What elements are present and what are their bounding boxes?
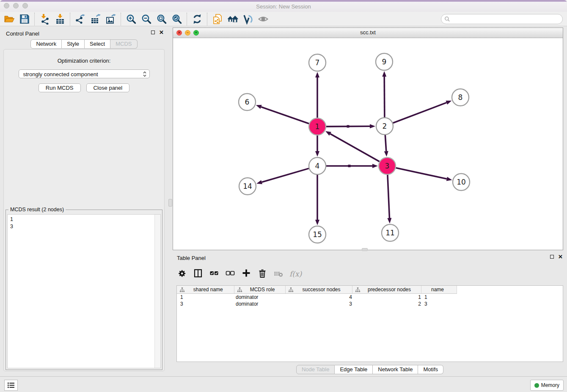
export-network-button[interactable] [73, 13, 88, 25]
unselect-all-columns-button[interactable] [225, 268, 235, 280]
create-column-button[interactable] [241, 268, 251, 280]
toolbar-separator [187, 13, 187, 25]
edge-arrowhead-icon [446, 177, 452, 181]
cell-predecessor-nodes[interactable]: 2 [352, 301, 421, 307]
tab-edge-table[interactable]: Edge Table [335, 365, 373, 374]
show-hide-graphics-button[interactable] [256, 13, 271, 25]
criterion-select[interactable]: strongly connected component [19, 69, 150, 78]
frame-close-icon[interactable]: ✕ [176, 30, 182, 36]
tab-network-table[interactable]: Network Table [373, 365, 418, 374]
delete-table-button[interactable] [273, 268, 284, 280]
cell-mcds-role[interactable]: dominator [234, 301, 285, 307]
tab-motifs[interactable]: Motifs [418, 365, 443, 374]
show-columns-button[interactable] [193, 268, 203, 280]
cell-successor-nodes[interactable]: 4 [285, 294, 352, 301]
application-window: Session: New Session [0, 0, 567, 392]
edge-arrowhead-icon [325, 131, 331, 136]
memory-button[interactable]: Memory [530, 380, 564, 391]
task-history-button[interactable] [4, 380, 18, 391]
cell-shared-name[interactable]: 1 [177, 294, 234, 301]
network-frame-titlebar[interactable]: ✕ − + scc.txt [173, 28, 563, 38]
save-session-button[interactable] [17, 13, 32, 25]
export-table-button[interactable] [88, 13, 103, 25]
graph-edge[interactable] [393, 102, 447, 123]
open-session-button[interactable] [2, 13, 17, 25]
tab-node-table[interactable]: Node Table [296, 365, 335, 374]
column-header-predecessor-nodes[interactable]: predecessor nodes [352, 286, 421, 294]
node-table[interactable]: shared name MCDS role successor nodes pr… [176, 285, 563, 362]
show-style-button[interactable] [240, 13, 256, 25]
panel-splitter-handle[interactable] [168, 199, 172, 207]
control-panel-header: Control Panel ✕ [0, 28, 168, 39]
result-scrollbar[interactable] [154, 215, 160, 368]
close-panel-button[interactable]: Close panel [86, 83, 130, 92]
column-tree-icon [237, 287, 242, 293]
column-header-shared-name[interactable]: shared name [177, 286, 234, 294]
gear-icon [177, 268, 187, 278]
column-header-successor-nodes[interactable]: successor nodes [285, 286, 352, 294]
table-options-button[interactable] [177, 268, 187, 280]
cell-name[interactable]: 3 [421, 301, 457, 307]
cell-shared-name[interactable]: 3 [177, 301, 234, 307]
home-houses-icon [227, 14, 238, 25]
network-canvas[interactable]: 7968124314101511 [173, 38, 563, 250]
node-label: 7 [315, 58, 320, 67]
mcds-result-textarea[interactable]: 1 3 [7, 214, 161, 368]
run-mcds-button[interactable]: Run MCDS [39, 83, 81, 92]
search-input[interactable] [441, 14, 563, 24]
close-panel-icon[interactable]: ✕ [558, 255, 563, 259]
mcds-result-group: MCDS result (2 nodes) 1 3 [6, 210, 162, 370]
apply-layout-button[interactable] [190, 13, 205, 25]
network-table-splitter-handle[interactable] [362, 248, 368, 251]
table-panel-title: Table Panel [177, 255, 206, 261]
graph-edge[interactable] [384, 77, 385, 117]
zoom-in-button[interactable] [124, 13, 139, 25]
table-row[interactable]: 3 dominator 3 2 3 [177, 301, 457, 307]
delete-columns-button[interactable] [257, 268, 267, 280]
graph-edge[interactable] [262, 168, 309, 182]
edge-arrowhead-icon [387, 218, 391, 224]
graph-edge[interactable] [261, 107, 309, 124]
import-table-button[interactable] [52, 13, 68, 25]
column-header-name[interactable]: name [421, 286, 457, 294]
table-row[interactable]: 1 dominator 4 1 1 [177, 294, 457, 301]
tab-mcds[interactable]: MCDS [110, 39, 137, 49]
column-tree-icon [288, 287, 294, 293]
edge-arrowhead-icon [315, 220, 319, 225]
node-label: 11 [385, 229, 395, 237]
function-builder-button[interactable]: f(x) [289, 270, 302, 278]
toolbar-separator [34, 13, 35, 25]
checked-boxes-icon [209, 268, 219, 278]
columns-icon [193, 268, 203, 278]
toolbar-separator [207, 13, 208, 25]
node-label: 6 [245, 98, 250, 106]
close-panel-icon[interactable]: ✕ [159, 30, 164, 34]
zoom-fit-button[interactable] [154, 13, 169, 25]
float-panel-icon[interactable] [550, 255, 554, 259]
tab-style[interactable]: Style [62, 39, 85, 49]
graph-edge[interactable] [396, 168, 447, 179]
frame-minimize-icon[interactable]: − [185, 30, 190, 36]
clone-network-button[interactable] [210, 13, 225, 25]
node-table-grid: shared name MCDS role successor nodes pr… [177, 286, 457, 307]
graph-edge[interactable] [385, 135, 386, 151]
zoom-out-button[interactable] [139, 13, 154, 25]
cell-mcds-role[interactable]: dominator [234, 294, 285, 301]
select-all-columns-button[interactable] [209, 268, 219, 280]
export-image-button[interactable] [103, 13, 118, 25]
column-header-mcds-role[interactable]: MCDS role [234, 286, 285, 294]
zoom-selected-button[interactable] [169, 13, 184, 25]
cell-name[interactable]: 1 [421, 294, 457, 301]
float-panel-icon[interactable] [151, 30, 155, 34]
graph-edge[interactable] [388, 175, 390, 218]
graph-edge[interactable] [330, 134, 379, 162]
node-label: 10 [457, 178, 466, 186]
tab-select[interactable]: Select [85, 39, 110, 49]
frame-maximize-icon[interactable]: + [193, 30, 199, 36]
tab-network[interactable]: Network [30, 39, 62, 49]
export-network-icon [75, 14, 86, 25]
cell-predecessor-nodes[interactable]: 1 [352, 294, 421, 301]
cell-successor-nodes[interactable]: 3 [285, 301, 352, 307]
first-neighbors-button[interactable] [225, 13, 240, 25]
import-network-button[interactable] [37, 13, 52, 25]
